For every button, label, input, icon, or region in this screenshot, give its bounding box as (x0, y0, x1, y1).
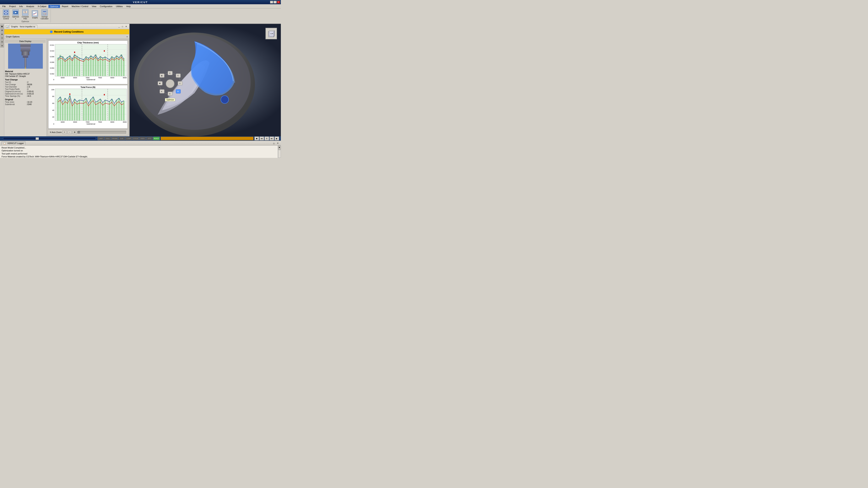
chip-thickness-title: Chip Thickness (mm) (49, 41, 127, 44)
svg-point-98 (221, 96, 228, 103)
titlebar: VERICUT — □ ✕ (0, 0, 281, 4)
pause-btn[interactable]: ⏸ (265, 136, 269, 140)
record-indicator (50, 30, 53, 33)
logger-expand-btn[interactable]: △ (272, 142, 275, 144)
optimize-control-button[interactable]: OptimizeControl (2, 9, 10, 20)
rewind-btn[interactable]: ⏮ (259, 136, 264, 140)
logger-scrollbar[interactable]: ▲ ▼ (278, 145, 281, 158)
graphs-tab[interactable]: Graphs - force-impeller.nc (9, 25, 37, 28)
svg-text:◈: ◈ (161, 91, 162, 92)
side-icon-6[interactable]: ⊕ (0, 44, 4, 47)
radial-menu-svg: ⊞ ☰ ⊡ ⊕ ⊞ ◈ ⬢ ▣ (157, 70, 184, 97)
menu-configuration[interactable]: Configuration (98, 5, 114, 8)
graphs-button[interactable]: Graphs (30, 9, 39, 20)
menu-file[interactable]: File (1, 5, 7, 8)
side-icon-5[interactable]: ⊟ (0, 40, 4, 43)
total-force-xaxis-label: Subinterval (55, 123, 127, 125)
subinterval-row: Subinterval : 0340 (5, 103, 46, 105)
menu-help[interactable]: Help (125, 5, 132, 8)
total-force-title: Total Force (N) (49, 86, 127, 88)
play-btn[interactable]: ▶ (275, 136, 279, 140)
forward-btn[interactable]: ⏭ (270, 136, 274, 140)
zoom-slider[interactable] (78, 131, 126, 134)
time-min-row: Time (min) : 10.23 (5, 101, 46, 103)
panel-restore-btn[interactable]: □ (121, 26, 124, 28)
menu-xcaliper[interactable]: X-Caliper (36, 5, 48, 8)
svg-rect-18 (45, 13, 46, 13)
svg-rect-72 (76, 101, 78, 121)
subinterval-label: Subinterval (5, 103, 26, 105)
menu-view[interactable]: View (90, 5, 98, 8)
menu-utilities[interactable]: Utilities (114, 5, 124, 8)
graphs-area: Chip Thickness (mm) 0.012 0.010 0.008 0.… (47, 39, 129, 136)
side-icon-3[interactable]: ◈ (0, 32, 4, 36)
zoom-out-btn[interactable]: - (67, 131, 72, 134)
logger-body: Reset Model Completed... Optimization tu… (0, 145, 281, 158)
svg-rect-68 (67, 101, 68, 121)
feed-indicator: FEED (139, 137, 146, 140)
side-icon-4[interactable]: ⊡ (0, 36, 4, 40)
logger-tab[interactable]: 📋 VERICUT Logger (2, 141, 26, 145)
logger-line-2: Optimization turned on (2, 149, 276, 152)
svg-point-58 (104, 50, 105, 52)
menu-report[interactable]: Report (60, 5, 70, 8)
tool-change-value: : M106 (26, 84, 32, 86)
logger-close-btn[interactable]: ✕ (276, 142, 279, 144)
logger-line-1: Reset Model Completed... (2, 147, 276, 149)
scrollbar-thumb-up[interactable]: ▲ (278, 146, 281, 150)
record-bar[interactable]: Record Cutting Conditions (4, 29, 129, 34)
maximize-button[interactable]: □ (274, 1, 277, 3)
svg-rect-75 (83, 101, 85, 121)
original-time-value: : 0:00:41 (26, 91, 34, 93)
tool-image (8, 43, 43, 69)
menu-info[interactable]: Info (18, 5, 24, 8)
svg-rect-30 (62, 56, 63, 76)
logger-tab-label: VERICUT Logger (7, 142, 24, 144)
optimize-button[interactable]: Optimize▾ (11, 9, 20, 20)
svg-text:⊕: ⊕ (177, 91, 179, 92)
graph-options-label: Graph Options (6, 35, 20, 38)
panel-minimize-btn[interactable]: _ (118, 26, 120, 28)
side-icon-1[interactable]: ▣ (0, 25, 4, 28)
minimize-button[interactable]: — (270, 1, 273, 3)
logger-panel: 📋 VERICUT Logger △ ✕ Reset Model Complet… (0, 140, 281, 158)
panel-close-btn[interactable]: ✕ (125, 26, 128, 28)
toolbar-optimize-group: OptimizeControl Optimize▾ (2, 9, 51, 23)
menu-project[interactable]: Project (8, 5, 18, 8)
scrollbar-track[interactable] (278, 150, 281, 158)
graph-options-toggle[interactable]: « (127, 35, 128, 38)
side-icon-2[interactable]: ⊞ (0, 29, 4, 32)
close-button[interactable]: ✕ (277, 1, 280, 3)
graphs-tab-label: Graphs - force-impeller.nc (11, 26, 35, 28)
zoom-reset-btn[interactable]: ⊞ (72, 131, 77, 134)
record-btn[interactable]: ⏺ (254, 136, 259, 140)
app-title: VERICUT (133, 1, 148, 4)
tool-diameter-row: Tool Diameter : 2.8 (5, 86, 46, 88)
zoom-slider-thumb[interactable] (78, 131, 80, 133)
playback-slider[interactable] (3, 137, 96, 139)
tool-change-title: Tool Change (5, 78, 46, 81)
logger-controls: △ ✕ (272, 142, 279, 144)
total-force-chart: Total Force (N) 100 80 60 40 20 0 (48, 85, 128, 129)
optimized-time-row: Optimized (h:mm:ss) : 0:00:23 (5, 93, 46, 95)
compare-files-button[interactable]: CompareFiles (21, 9, 30, 20)
3d-viewport: Loft ⊞ ☰ ⊡ ⊕ (130, 24, 281, 136)
axis-cube-3d: Loft (267, 29, 276, 38)
axis-cube: Loft (266, 28, 277, 39)
limit-indicator: LIMIT (98, 137, 104, 140)
sub-indicator: SUB (118, 137, 125, 140)
svg-point-94 (104, 94, 105, 95)
svg-rect-21 (45, 14, 46, 14)
graphs-label: Graphs (32, 17, 38, 19)
savings-calculator-button[interactable]: SavingsCalculator (40, 9, 49, 20)
menu-analysis[interactable]: Analysis (25, 5, 36, 8)
menu-machine-control[interactable]: Machine / Control (70, 5, 90, 8)
compare-files-label: CompareFiles (22, 16, 29, 20)
panel-controls: _ □ ✕ (118, 26, 128, 28)
menu-optimize[interactable]: Optimize (49, 5, 60, 8)
axis-cube-svg: Loft (267, 29, 276, 38)
svg-rect-86 (109, 101, 110, 121)
playback-slider-thumb[interactable] (36, 137, 39, 140)
zoom-in-btn[interactable]: + (62, 131, 67, 134)
svg-point-105 (166, 79, 174, 88)
